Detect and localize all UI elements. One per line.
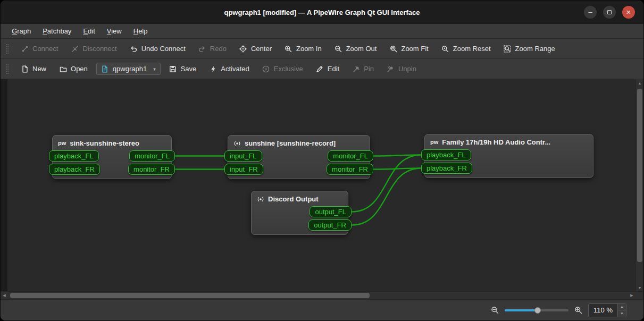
port-monitor_FR[interactable]: monitor_FR bbox=[327, 164, 373, 175]
toolbar-center-button[interactable]: Center bbox=[235, 42, 276, 55]
toolbar-drag-handle[interactable] bbox=[6, 64, 9, 74]
port-playback_FR[interactable]: playback_FR bbox=[421, 163, 472, 174]
zoom-slider-handle[interactable] bbox=[534, 307, 541, 314]
scroll-left-icon[interactable]: ◀ bbox=[1, 292, 8, 299]
media-icon bbox=[257, 196, 264, 203]
scrollbar-corner bbox=[635, 292, 643, 299]
zoom-range-icon bbox=[504, 45, 512, 53]
center-icon bbox=[239, 45, 247, 53]
toolbar-zoom-reset-button-label: Zoom Reset bbox=[453, 45, 491, 53]
toolbar-new-button[interactable]: New bbox=[16, 62, 51, 75]
toolbar-file-combobox-label: qpwgraph1 bbox=[113, 65, 147, 73]
connect-icon bbox=[21, 45, 29, 53]
port-monitor_FL[interactable]: monitor_FL bbox=[129, 150, 175, 162]
toolbar-undo-connect-button-label: Undo Connect bbox=[141, 45, 186, 53]
scroll-right-icon[interactable]: ▶ bbox=[628, 292, 635, 299]
zoom-in-icon[interactable] bbox=[574, 306, 582, 314]
toolbar-disconnect-button[interactable]: Disconnect bbox=[66, 42, 121, 55]
toolbar-zoom-fit-button[interactable]: Zoom Fit bbox=[385, 42, 432, 55]
horizontal-scroll-track[interactable] bbox=[8, 292, 628, 299]
scroll-up-icon[interactable]: ▲ bbox=[636, 79, 643, 87]
port-monitor_FR[interactable]: monitor_FR bbox=[128, 164, 175, 175]
toolbar-redo-button[interactable]: Redo bbox=[194, 42, 231, 55]
zoom-spin-buttons: ▲ ▼ bbox=[617, 304, 626, 317]
close-button[interactable] bbox=[622, 6, 635, 19]
menu-graph[interactable]: Graph bbox=[7, 26, 36, 37]
toolbar-pin-button[interactable]: Pin bbox=[348, 62, 378, 75]
toolbar-zoom-fit-button-label: Zoom Fit bbox=[401, 45, 428, 53]
node-header: pwsink-sunshine-stereo bbox=[53, 136, 171, 149]
zoom-value[interactable]: 110 % bbox=[589, 304, 617, 317]
zoom-reset-icon bbox=[441, 45, 449, 53]
main-area: pwsink-sunshine-stereoplayback_FLplaybac… bbox=[1, 79, 643, 291]
zoom-slider-fill bbox=[505, 309, 538, 311]
toolbar-drag-handle[interactable] bbox=[6, 44, 9, 54]
toolbar-open-button-label: Open bbox=[71, 65, 88, 73]
zoom-fit-icon bbox=[389, 45, 397, 53]
minimize-button[interactable] bbox=[584, 6, 597, 19]
node-sink[interactable]: pwsink-sunshine-stereoplayback_FLplaybac… bbox=[52, 135, 172, 179]
menu-view[interactable]: View bbox=[102, 26, 127, 37]
menu-edit[interactable]: Edit bbox=[78, 26, 99, 37]
node-sunshine[interactable]: sunshine [sunshine-record]input_FLinput_… bbox=[228, 135, 370, 179]
zoom-slider[interactable] bbox=[505, 306, 568, 315]
edit-pencil-icon bbox=[316, 65, 324, 73]
node-ports: playback_FLplayback_FR bbox=[425, 148, 593, 178]
port-output_FR[interactable]: output_FR bbox=[308, 219, 352, 231]
vertical-scroll-track[interactable] bbox=[636, 87, 643, 284]
node-ports: output_FLoutput_FR bbox=[252, 205, 348, 234]
toolbar-undo-connect-button[interactable]: Undo Connect bbox=[126, 42, 190, 55]
port-monitor_FL[interactable]: monitor_FL bbox=[328, 150, 373, 162]
horizontal-scrollbar[interactable]: ◀ ▶ bbox=[1, 292, 635, 299]
port-playback_FR[interactable]: playback_FR bbox=[49, 164, 100, 175]
port-playback_FL[interactable]: playback_FL bbox=[49, 150, 99, 162]
spin-down-icon[interactable]: ▼ bbox=[618, 310, 626, 317]
port-playback_FL[interactable]: playback_FL bbox=[421, 149, 471, 160]
maximize-button[interactable] bbox=[603, 6, 616, 19]
horizontal-scrollbar-row: ◀ ▶ bbox=[1, 291, 643, 299]
window-controls bbox=[584, 1, 635, 24]
toolbar-new-button-label: New bbox=[32, 65, 46, 73]
toolbar-file-combobox[interactable]: qpwgraph1▾ bbox=[96, 63, 161, 75]
menu-patchbay[interactable]: Patchbay bbox=[38, 26, 76, 37]
spin-up-icon[interactable]: ▲ bbox=[618, 304, 626, 310]
node-discord[interactable]: Discord Outputoutput_FLoutput_FR bbox=[251, 191, 348, 235]
port-input_FR[interactable]: input_FR bbox=[224, 164, 263, 175]
save-icon bbox=[169, 65, 177, 73]
port-output_FL[interactable]: output_FL bbox=[310, 206, 352, 217]
vertical-scroll-thumb[interactable] bbox=[637, 89, 642, 262]
toolbar-zoom-out-button[interactable]: Zoom Out bbox=[330, 42, 381, 55]
scroll-down-icon[interactable]: ▼ bbox=[636, 284, 643, 291]
minimize-icon bbox=[588, 9, 592, 16]
graph-scene[interactable] bbox=[7, 79, 635, 291]
toolbar-unpin-button[interactable]: Unpin bbox=[382, 62, 421, 75]
new-file-icon bbox=[21, 65, 29, 73]
toolbar-open-button[interactable]: Open bbox=[55, 62, 92, 75]
node-header: pwFamily 17h/19h HD Audio Contr... bbox=[425, 134, 593, 148]
graph-canvas[interactable]: pwsink-sunshine-stereoplayback_FLplaybac… bbox=[1, 79, 635, 291]
toolbar-activated-button[interactable]: Activated bbox=[205, 62, 253, 75]
menu-help[interactable]: Help bbox=[129, 26, 153, 37]
toolbar-zoom-reset-button[interactable]: Zoom Reset bbox=[437, 42, 495, 55]
toolbar-edit-button-label: Edit bbox=[328, 65, 339, 73]
node-family[interactable]: pwFamily 17h/19h HD Audio Contr...playba… bbox=[424, 134, 593, 178]
toolbar-graph: ConnectDisconnectUndo ConnectRedoCenterZ… bbox=[1, 39, 643, 59]
toolbar-exclusive-button-label: Exclusive bbox=[274, 65, 303, 73]
toolbar-save-button[interactable]: Save bbox=[165, 62, 201, 75]
toolbar-center-button-label: Center bbox=[251, 45, 272, 53]
open-folder-icon bbox=[59, 65, 67, 73]
toolbar-zoom-range-button[interactable]: Zoom Range bbox=[499, 42, 559, 55]
toolbar-save-button-label: Save bbox=[181, 65, 197, 73]
vertical-scrollbar[interactable]: ▲ ▼ bbox=[635, 79, 643, 291]
port-input_FL[interactable]: input_FL bbox=[224, 150, 262, 162]
toolbar-connect-button[interactable]: Connect bbox=[16, 42, 62, 55]
horizontal-scroll-thumb[interactable] bbox=[10, 293, 370, 298]
pipewire-icon: pw bbox=[430, 139, 438, 145]
titlebar: qpwgraph1 [modified] — A PipeWire Graph … bbox=[1, 1, 643, 24]
toolbar-edit-button[interactable]: Edit bbox=[312, 62, 344, 75]
zoom-out-icon[interactable] bbox=[491, 306, 499, 314]
toolbar-exclusive-button[interactable]: Exclusive bbox=[258, 62, 307, 75]
toolbar-zoom-in-button[interactable]: Zoom In bbox=[280, 42, 326, 55]
zoom-spinbox[interactable]: 110 % ▲ ▼ bbox=[588, 303, 626, 317]
node-header: sunshine [sunshine-record] bbox=[228, 136, 370, 149]
